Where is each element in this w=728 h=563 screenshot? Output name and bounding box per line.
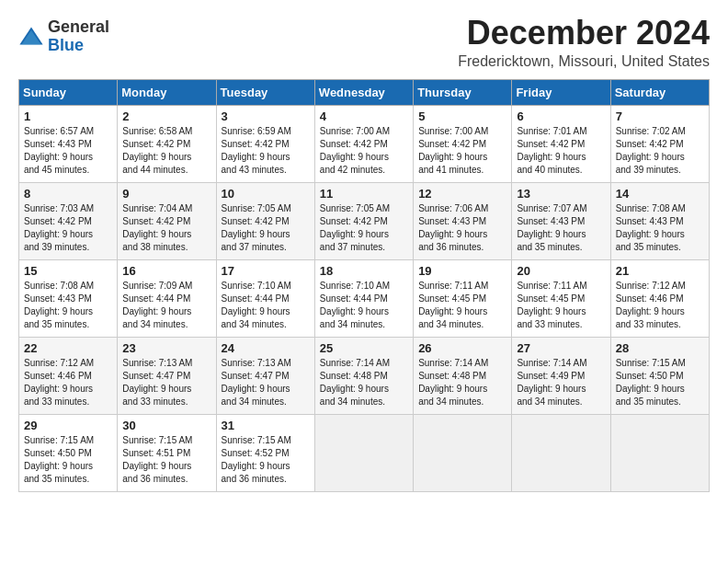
day-number: 19 [418, 264, 506, 278]
month-title: December 2024 [458, 15, 710, 52]
cell-day-25: 25Sunrise: 7:14 AM Sunset: 4:48 PM Dayli… [314, 337, 413, 414]
week-row-4: 22Sunrise: 7:12 AM Sunset: 4:46 PM Dayli… [19, 337, 710, 414]
cell-day-4: 4Sunrise: 7:00 AM Sunset: 4:42 PM Daylig… [314, 105, 413, 182]
day-info: Sunrise: 7:11 AM Sunset: 4:45 PM Dayligh… [418, 280, 506, 331]
day-info: Sunrise: 7:12 AM Sunset: 4:46 PM Dayligh… [616, 280, 704, 331]
day-number: 10 [222, 187, 310, 201]
cell-day-24: 24Sunrise: 7:13 AM Sunset: 4:47 PM Dayli… [216, 337, 314, 414]
day-info: Sunrise: 7:07 AM Sunset: 4:43 PM Dayligh… [517, 202, 605, 254]
calendar-table: Sunday Monday Tuesday Wednesday Thursday… [18, 79, 710, 492]
week-row-2: 8Sunrise: 7:03 AM Sunset: 4:42 PM Daylig… [19, 182, 710, 259]
day-number: 31 [222, 419, 310, 432]
day-info: Sunrise: 7:10 AM Sunset: 4:44 PM Dayligh… [320, 280, 408, 331]
day-info: Sunrise: 7:15 AM Sunset: 4:51 PM Dayligh… [122, 434, 210, 486]
header: General Blue December 2024 Fredericktown… [18, 15, 710, 70]
day-info: Sunrise: 7:01 AM Sunset: 4:42 PM Dayligh… [517, 125, 605, 177]
cell-day-6: 6Sunrise: 7:01 AM Sunset: 4:42 PM Daylig… [512, 105, 610, 182]
day-info: Sunrise: 6:59 AM Sunset: 4:42 PM Dayligh… [222, 125, 310, 177]
cell-day-23: 23Sunrise: 7:13 AM Sunset: 4:47 PM Dayli… [118, 337, 216, 414]
day-number: 22 [24, 341, 112, 355]
day-info: Sunrise: 7:15 AM Sunset: 4:50 PM Dayligh… [616, 357, 704, 408]
header-row: Sunday Monday Tuesday Wednesday Thursday… [19, 79, 710, 105]
logo-text: General Blue [48, 18, 109, 55]
cell-day-29: 29Sunrise: 7:15 AM Sunset: 4:50 PM Dayli… [19, 414, 118, 491]
day-info: Sunrise: 7:08 AM Sunset: 4:43 PM Dayligh… [616, 202, 704, 254]
week-row-5: 29Sunrise: 7:15 AM Sunset: 4:50 PM Dayli… [19, 414, 710, 491]
cell-day-9: 9Sunrise: 7:04 AM Sunset: 4:42 PM Daylig… [118, 182, 216, 259]
day-number: 14 [616, 187, 704, 201]
cell-day-empty [512, 414, 610, 491]
day-number: 17 [222, 264, 310, 278]
cell-day-2: 2Sunrise: 6:58 AM Sunset: 4:42 PM Daylig… [118, 105, 216, 182]
day-number: 15 [24, 264, 112, 278]
cell-day-7: 7Sunrise: 7:02 AM Sunset: 4:42 PM Daylig… [610, 105, 709, 182]
day-info: Sunrise: 7:11 AM Sunset: 4:45 PM Dayligh… [517, 280, 605, 331]
cell-day-empty [610, 414, 709, 491]
day-number: 5 [418, 109, 506, 123]
day-info: Sunrise: 7:14 AM Sunset: 4:48 PM Dayligh… [418, 357, 506, 408]
location: Fredericktown, Missouri, United States [458, 53, 710, 70]
day-number: 8 [24, 187, 112, 201]
cell-day-17: 17Sunrise: 7:10 AM Sunset: 4:44 PM Dayli… [216, 259, 314, 337]
col-tuesday: Tuesday [216, 79, 314, 105]
day-info: Sunrise: 7:04 AM Sunset: 4:42 PM Dayligh… [122, 202, 210, 254]
cell-day-20: 20Sunrise: 7:11 AM Sunset: 4:45 PM Dayli… [512, 259, 610, 337]
cell-day-10: 10Sunrise: 7:05 AM Sunset: 4:42 PM Dayli… [216, 182, 314, 259]
day-info: Sunrise: 7:12 AM Sunset: 4:46 PM Dayligh… [24, 357, 112, 408]
cell-day-26: 26Sunrise: 7:14 AM Sunset: 4:48 PM Dayli… [414, 337, 512, 414]
logo-general: General [48, 18, 109, 37]
day-number: 4 [320, 109, 408, 123]
day-number: 11 [320, 187, 408, 201]
day-info: Sunrise: 7:05 AM Sunset: 4:42 PM Dayligh… [222, 202, 310, 254]
col-wednesday: Wednesday [314, 79, 413, 105]
day-number: 30 [122, 419, 210, 432]
day-number: 29 [24, 419, 112, 432]
week-row-3: 15Sunrise: 7:08 AM Sunset: 4:43 PM Dayli… [19, 259, 710, 337]
day-number: 28 [616, 341, 704, 355]
day-info: Sunrise: 7:13 AM Sunset: 4:47 PM Dayligh… [222, 357, 310, 408]
day-info: Sunrise: 7:10 AM Sunset: 4:44 PM Dayligh… [222, 280, 310, 331]
day-number: 16 [122, 264, 210, 278]
cell-day-19: 19Sunrise: 7:11 AM Sunset: 4:45 PM Dayli… [414, 259, 512, 337]
col-thursday: Thursday [414, 79, 512, 105]
day-number: 3 [222, 109, 310, 123]
day-number: 18 [320, 264, 408, 278]
day-info: Sunrise: 7:00 AM Sunset: 4:42 PM Dayligh… [418, 125, 506, 177]
page-container: General Blue December 2024 Fredericktown… [0, 0, 728, 501]
day-info: Sunrise: 7:15 AM Sunset: 4:52 PM Dayligh… [222, 434, 310, 486]
day-number: 24 [222, 341, 310, 355]
day-number: 21 [616, 264, 704, 278]
day-number: 9 [122, 187, 210, 201]
day-number: 6 [517, 109, 605, 123]
day-number: 13 [517, 187, 605, 201]
cell-day-14: 14Sunrise: 7:08 AM Sunset: 4:43 PM Dayli… [610, 182, 709, 259]
cell-day-21: 21Sunrise: 7:12 AM Sunset: 4:46 PM Dayli… [610, 259, 709, 337]
day-info: Sunrise: 7:09 AM Sunset: 4:44 PM Dayligh… [122, 280, 210, 331]
day-number: 7 [616, 109, 704, 123]
day-info: Sunrise: 7:06 AM Sunset: 4:43 PM Dayligh… [418, 202, 506, 254]
day-info: Sunrise: 7:15 AM Sunset: 4:50 PM Dayligh… [24, 434, 112, 486]
cell-day-16: 16Sunrise: 7:09 AM Sunset: 4:44 PM Dayli… [118, 259, 216, 337]
day-number: 25 [320, 341, 408, 355]
day-info: Sunrise: 7:08 AM Sunset: 4:43 PM Dayligh… [24, 280, 112, 331]
week-row-1: 1Sunrise: 6:57 AM Sunset: 4:43 PM Daylig… [19, 105, 710, 182]
cell-day-5: 5Sunrise: 7:00 AM Sunset: 4:42 PM Daylig… [414, 105, 512, 182]
title-block: December 2024 Fredericktown, Missouri, U… [458, 15, 710, 70]
cell-day-empty [414, 414, 512, 491]
cell-day-8: 8Sunrise: 7:03 AM Sunset: 4:42 PM Daylig… [19, 182, 118, 259]
cell-day-3: 3Sunrise: 6:59 AM Sunset: 4:42 PM Daylig… [216, 105, 314, 182]
day-number: 1 [24, 109, 112, 123]
cell-day-18: 18Sunrise: 7:10 AM Sunset: 4:44 PM Dayli… [314, 259, 413, 337]
day-info: Sunrise: 6:58 AM Sunset: 4:42 PM Dayligh… [122, 125, 210, 177]
day-info: Sunrise: 7:00 AM Sunset: 4:42 PM Dayligh… [320, 125, 408, 177]
cell-day-22: 22Sunrise: 7:12 AM Sunset: 4:46 PM Dayli… [19, 337, 118, 414]
cell-day-1: 1Sunrise: 6:57 AM Sunset: 4:43 PM Daylig… [19, 105, 118, 182]
day-info: Sunrise: 7:02 AM Sunset: 4:42 PM Dayligh… [616, 125, 704, 177]
day-info: Sunrise: 7:14 AM Sunset: 4:48 PM Dayligh… [320, 357, 408, 408]
logo: General Blue [18, 18, 109, 55]
logo-icon [18, 24, 44, 50]
col-friday: Friday [512, 79, 610, 105]
day-info: Sunrise: 7:05 AM Sunset: 4:42 PM Dayligh… [320, 202, 408, 254]
col-monday: Monday [118, 79, 216, 105]
day-number: 27 [517, 341, 605, 355]
